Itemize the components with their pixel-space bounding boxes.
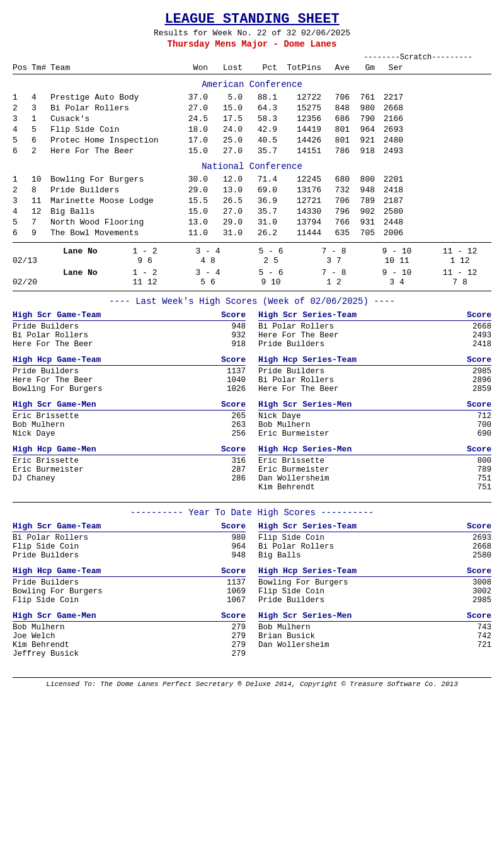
lw-high-scr-series-team: High Scr Series-TeamScoreBi Polar Roller…	[258, 310, 491, 349]
ytd-high-scr-game-team: High Scr Game-TeamScoreBi Polar Rollers9…	[13, 521, 246, 560]
team-gm: 980	[350, 103, 375, 113]
team-tm: 8	[32, 185, 50, 195]
team-ser: 2580	[375, 207, 403, 216]
lane-assignments: Lane No1 - 23 - 45 - 67 - 89 - 1011 - 12…	[13, 247, 491, 287]
hs-entry-score: 2985	[472, 367, 491, 376]
hs-entry-name: Nick Daye	[258, 412, 301, 421]
hs-entry: Bowling For Burgers3008	[258, 578, 491, 587]
hs-entry: Bob Mulhern743	[258, 623, 491, 632]
hs-entry-name: Eric Brissette	[13, 412, 79, 421]
team-ser: 2201	[375, 175, 403, 184]
team-gm: 948	[350, 185, 375, 195]
team-won: 24.5	[170, 114, 208, 124]
team-gm: 705	[350, 228, 375, 238]
col-lost: Lost	[208, 63, 243, 73]
hs-category-title: High Scr Series-TeamScore	[258, 310, 491, 321]
hs-entry-score: 742	[477, 632, 491, 641]
hs-score-label: Score	[467, 310, 491, 320]
lane-col-header: 11 - 12	[428, 247, 491, 256]
team-ave: 766	[321, 218, 350, 227]
lane-col-header: 7 - 8	[302, 247, 365, 256]
hs-entry: Eric Burmeister287	[13, 465, 246, 474]
team-name: Bowling For Burgers	[50, 175, 170, 184]
hs-score-label: Score	[467, 566, 491, 576]
hs-entry-score: 2985	[472, 596, 491, 605]
hs-entry: Pride Builders948	[13, 551, 246, 560]
table-row: 5 6 Protec Home Inspection 17.0 25.0 40.…	[13, 135, 491, 146]
hs-score-label: Score	[221, 310, 246, 320]
hs-entry-score: 316	[231, 457, 246, 465]
hs-score-label: Score	[467, 445, 491, 454]
hs-entry-name: Kim Behrendt	[258, 483, 315, 492]
hs-category-title: High Scr Game-MenScore	[13, 400, 246, 410]
hs-entry-score: 800	[477, 457, 491, 465]
team-pos: 5	[13, 218, 32, 227]
hs-entry: DJ Chaney286	[13, 474, 246, 483]
hs-entry-name: Kim Behrendt	[13, 641, 69, 649]
team-won: 15.0	[170, 207, 208, 216]
lane-value: 1 12	[428, 256, 491, 265]
hs-entry: Kim Behrendt751	[258, 483, 491, 492]
table-row: 6 9 The Bowl Movements 11.0 31.0 26.2 11…	[13, 228, 491, 238]
hs-entry: Bob Mulhern279	[13, 623, 246, 632]
col-team: Team	[50, 63, 170, 73]
hs-entry-score: 2693	[472, 533, 491, 542]
ytd-grid: High Scr Game-TeamScoreBi Polar Rollers9…	[13, 521, 491, 665]
team-pos: 6	[13, 228, 32, 238]
hs-entry-name: Here For The Beer	[13, 340, 93, 349]
hs-entry-score: 743	[477, 623, 491, 632]
hs-entry-name: Flip Side Coin	[258, 587, 324, 596]
hs-entry: Flip Side Coin1067	[13, 596, 246, 605]
team-name: North Wood Flooring	[50, 218, 170, 227]
hs-score-label: Score	[221, 445, 246, 454]
team-totpins: 12245	[277, 175, 321, 184]
hs-category-title: High Hcp Game-MenScore	[13, 445, 246, 455]
hs-entry-score: 1067	[227, 596, 246, 605]
team-pct: 35.7	[243, 207, 277, 216]
team-won: 17.0	[170, 136, 208, 145]
team-pos: 2	[13, 103, 32, 113]
lw-high-hcp-game-team: High Hcp Game-TeamScorePride Builders113…	[13, 355, 246, 393]
team-pos: 4	[13, 207, 32, 216]
hs-entry: Pride Builders2985	[258, 367, 491, 376]
team-lost: 29.0	[208, 218, 243, 227]
team-gm: 918	[350, 146, 375, 156]
hs-score-label: Score	[221, 355, 246, 364]
hs-entry-score: 1026	[227, 385, 246, 393]
hs-entry-score: 2580	[472, 551, 491, 560]
lane-col-header: 3 - 4	[176, 247, 239, 256]
team-won: 29.0	[170, 185, 208, 195]
team-ave: 706	[321, 93, 350, 102]
lane-no-label: Lane No	[63, 268, 113, 277]
table-headers: Pos Tm# Team Won Lost Pct TotPins Ave Gm…	[13, 62, 491, 74]
hs-entry-score: 932	[231, 331, 246, 340]
hs-category-title: High Hcp Series-TeamScore	[258, 355, 491, 366]
hs-title-text: High Scr Game-Men	[13, 400, 96, 409]
hs-entry-score: 2896	[472, 376, 491, 385]
hs-entry-name: Bob Mulhern	[258, 421, 311, 429]
table-row: 6 2 Here For The Beer 15.0 27.0 35.7 141…	[13, 146, 491, 156]
team-totpins: 14330	[277, 207, 321, 216]
hs-title-text: High Scr Game-Team	[13, 521, 101, 531]
team-ser: 2418	[375, 185, 403, 195]
team-pct: 71.4	[243, 175, 277, 184]
lane-value: 3 7	[302, 256, 365, 265]
hs-entry-name: Bi Polar Rollers	[13, 533, 88, 542]
team-totpins: 12721	[277, 196, 321, 206]
table-row: 1 4 Prestige Auto Body 37.0 5.0 88.1 127…	[13, 92, 491, 103]
hs-entry-name: Bowling For Burgers	[13, 385, 103, 393]
hs-entry-name: Bi Polar Rollers	[258, 322, 334, 331]
team-ser: 2668	[375, 103, 403, 113]
hs-entry-name: Big Balls	[258, 551, 301, 560]
hs-entry-name: Bi Polar Rollers	[13, 331, 88, 340]
hs-entry: Brian Busick742	[258, 632, 491, 641]
hs-entry-score: 2418	[472, 340, 491, 349]
hs-entry: Eric Burmeister789	[258, 465, 491, 474]
team-won: 13.0	[170, 218, 208, 227]
team-ser: 2693	[375, 125, 403, 134]
lw-high-scr-series-men: High Scr Series-MenScoreNick Daye712Bob …	[258, 400, 491, 438]
team-lost: 5.0	[208, 93, 243, 102]
team-tm: 12	[32, 207, 50, 216]
team-ave: 680	[321, 175, 350, 184]
hs-title-text: High Hcp Game-Team	[13, 355, 101, 364]
